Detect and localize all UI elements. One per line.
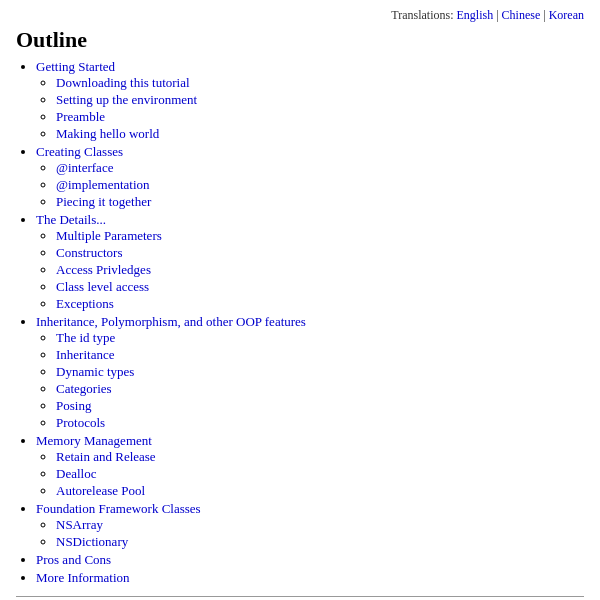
outline-link-access-privledges[interactable]: Access Privledges <box>56 262 151 277</box>
outline-link-more-info[interactable]: More Information <box>36 570 130 585</box>
outline-link-posing[interactable]: Posing <box>56 398 91 413</box>
outline-item-the-details: The Details... Multiple Parameters Const… <box>36 212 584 312</box>
outline-subitem: Access Privledges <box>56 262 584 278</box>
outline-subitem: Posing <box>56 398 584 414</box>
outline-subitem: Retain and Release <box>56 449 584 465</box>
outline-link-creating-classes[interactable]: Creating Classes <box>36 144 123 159</box>
outline-subitem: Class level access <box>56 279 584 295</box>
korean-link[interactable]: Korean <box>549 8 584 22</box>
outline-link-nsarray[interactable]: NSArray <box>56 517 103 532</box>
outline-subitem: Setting up the environment <box>56 92 584 108</box>
english-link[interactable]: English <box>457 8 494 22</box>
outline-link-setting-up[interactable]: Setting up the environment <box>56 92 197 107</box>
outline-item-more-info: More Information <box>36 570 584 586</box>
outline-item-creating-classes: Creating Classes @interface @implementat… <box>36 144 584 210</box>
outline-subitem: Categories <box>56 381 584 397</box>
chinese-link[interactable]: Chinese <box>502 8 541 22</box>
outline-subitem: The id type <box>56 330 584 346</box>
outline-item-getting-started: Getting Started Downloading this tutoria… <box>36 59 584 142</box>
outline-link-class-level-access[interactable]: Class level access <box>56 279 149 294</box>
outline-link-dynamic-types[interactable]: Dynamic types <box>56 364 134 379</box>
outline-link-preamble[interactable]: Preamble <box>56 109 105 124</box>
outline-sublist-getting-started: Downloading this tutorial Setting up the… <box>36 75 584 142</box>
outline-item-memory-management: Memory Management Retain and Release Dea… <box>36 433 584 499</box>
outline-subitem: Protocols <box>56 415 584 431</box>
outline-link-foundation-framework[interactable]: Foundation Framework Classes <box>36 501 201 516</box>
outline-link-retain-release[interactable]: Retain and Release <box>56 449 156 464</box>
outline-link-inheritance[interactable]: Inheritance, Polymorphism, and other OOP… <box>36 314 306 329</box>
outline-subitem: Downloading this tutorial <box>56 75 584 91</box>
outline-subitem: Making hello world <box>56 126 584 142</box>
outline-sublist-inheritance: The id type Inheritance Dynamic types Ca… <box>36 330 584 431</box>
outline-link-inheritance-section[interactable]: Inheritance <box>56 347 114 362</box>
outline-subitem: Exceptions <box>56 296 584 312</box>
outline-link-constructors[interactable]: Constructors <box>56 245 122 260</box>
outline-link-downloading[interactable]: Downloading this tutorial <box>56 75 190 90</box>
outline-subitem: Autorelease Pool <box>56 483 584 499</box>
outline-subitem: NSDictionary <box>56 534 584 550</box>
outline-link-the-details[interactable]: The Details... <box>36 212 106 227</box>
outline-list: Getting Started Downloading this tutoria… <box>16 59 584 586</box>
outline-link-piecing[interactable]: Piecing it together <box>56 194 151 209</box>
outline-link-pros-cons[interactable]: Pros and Cons <box>36 552 111 567</box>
outline-subitem: Inheritance <box>56 347 584 363</box>
translations-label: Translations: <box>391 8 453 22</box>
outline-subitem: Preamble <box>56 109 584 125</box>
outline-link-exceptions[interactable]: Exceptions <box>56 296 114 311</box>
outline-title: Outline <box>16 27 584 53</box>
outline-subitem: @implementation <box>56 177 584 193</box>
translations-bar: Translations: English | Chinese | Korean <box>16 8 584 23</box>
outline-link-getting-started[interactable]: Getting Started <box>36 59 115 74</box>
outline-subitem: Dynamic types <box>56 364 584 380</box>
outline-subitem: Piecing it together <box>56 194 584 210</box>
outline-sublist-the-details: Multiple Parameters Constructors Access … <box>36 228 584 312</box>
section-divider <box>16 596 584 597</box>
outline-link-interface[interactable]: @interface <box>56 160 113 175</box>
outline-link-implementation[interactable]: @implementation <box>56 177 150 192</box>
outline-link-protocols[interactable]: Protocols <box>56 415 105 430</box>
outline-link-multiple-params[interactable]: Multiple Parameters <box>56 228 162 243</box>
outline-link-autorelease-pool[interactable]: Autorelease Pool <box>56 483 145 498</box>
outline-sublist-foundation-framework: NSArray NSDictionary <box>36 517 584 550</box>
outline-sublist-memory-management: Retain and Release Dealloc Autorelease P… <box>36 449 584 499</box>
outline-subitem: @interface <box>56 160 584 176</box>
outline-subitem: Dealloc <box>56 466 584 482</box>
outline-link-id-type[interactable]: The id type <box>56 330 115 345</box>
outline-subitem: NSArray <box>56 517 584 533</box>
outline-item-foundation-framework: Foundation Framework Classes NSArray NSD… <box>36 501 584 550</box>
outline-subitem: Constructors <box>56 245 584 261</box>
outline-link-memory-management[interactable]: Memory Management <box>36 433 152 448</box>
outline-subitem: Multiple Parameters <box>56 228 584 244</box>
outline-link-hello-world[interactable]: Making hello world <box>56 126 159 141</box>
outline-link-categories[interactable]: Categories <box>56 381 112 396</box>
outline-link-nsdictionary[interactable]: NSDictionary <box>56 534 128 549</box>
outline-item-inheritance: Inheritance, Polymorphism, and other OOP… <box>36 314 584 431</box>
outline-link-dealloc[interactable]: Dealloc <box>56 466 96 481</box>
outline-item-pros-cons: Pros and Cons <box>36 552 584 568</box>
outline-sublist-creating-classes: @interface @implementation Piecing it to… <box>36 160 584 210</box>
